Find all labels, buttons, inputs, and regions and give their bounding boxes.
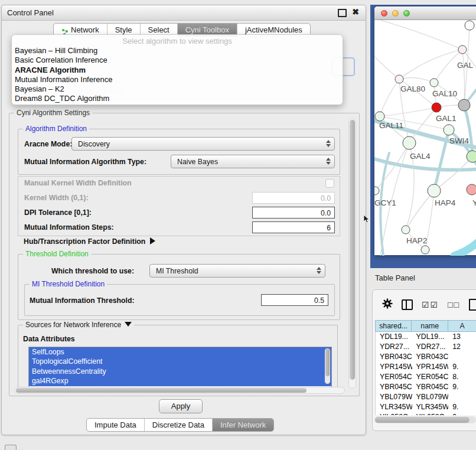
settings-hscroll-thumb[interactable] — [16, 388, 307, 393]
list-scrollbar[interactable] — [325, 348, 330, 384]
table-column-header[interactable]: A — [448, 320, 476, 332]
algorithm-option-current[interactable]: ARACNE Algorithm — [12, 66, 343, 75]
table-toolbar: ☑☑ □□ — [373, 296, 476, 314]
network-edge[interactable] — [380, 20, 462, 50]
network-icon — [61, 27, 69, 34]
zoom-traffic-light-icon[interactable] — [403, 10, 410, 17]
list-item[interactable]: gal4RGexp — [29, 376, 331, 386]
network-edge[interactable] — [374, 57, 399, 79]
network-node[interactable] — [458, 45, 467, 54]
network-edge[interactable] — [380, 79, 399, 116]
sources-group-title[interactable]: Sources for Network Inference — [23, 321, 134, 329]
table-cell: 9. — [448, 402, 476, 412]
table-column-header[interactable]: name — [412, 320, 448, 332]
network-node[interactable] — [374, 187, 379, 195]
network-canvas[interactable]: GALGAL80GAL10GAL1GAL11SWI4GAL4GCY1HAP4YH… — [374, 20, 476, 256]
table-header-row: shared...nameA — [375, 320, 476, 332]
network-window-titlebar[interactable] — [374, 6, 476, 20]
network-node[interactable] — [375, 112, 384, 121]
close-icon[interactable]: ✖ — [352, 7, 359, 17]
table-cell: YPR145W — [376, 362, 412, 372]
deselect-all-checkboxes-icon[interactable]: □□ — [448, 300, 460, 309]
algorithm-option[interactable]: Bayesian – Hill Climbing — [12, 46, 343, 56]
table-row[interactable]: YBR045CYBR045C9. — [376, 382, 476, 392]
list-item[interactable]: SelfLoops — [29, 347, 331, 357]
network-edge[interactable] — [454, 221, 476, 256]
select-all-checkboxes-icon[interactable]: ☑☑ — [422, 300, 439, 309]
which-threshold-combo[interactable]: MI Threshold — [149, 264, 325, 278]
settings-vscroll-thumb[interactable] — [350, 120, 355, 380]
close-traffic-light-icon[interactable] — [381, 10, 387, 17]
aracne-mode-combo[interactable]: Discovery — [71, 137, 335, 151]
column-view-icon[interactable] — [402, 299, 413, 310]
network-node[interactable] — [432, 103, 441, 112]
data-attributes-list[interactable]: SelfLoops TopologicalCoefficient Between… — [28, 347, 332, 388]
apply-button[interactable]: Apply — [159, 399, 203, 413]
tab-infer-network[interactable]: Infer Network — [212, 419, 273, 431]
list-item[interactable]: TopologicalCoefficient — [29, 357, 331, 366]
tab-discretize-data[interactable]: Discretize Data — [144, 419, 212, 431]
mi-steps-field[interactable]: 6 — [252, 221, 335, 233]
network-edge[interactable] — [380, 107, 436, 116]
network-node-label: GAL80 — [400, 84, 425, 93]
table-row[interactable]: YIL052CYIL052C9 — [376, 412, 476, 415]
network-node[interactable] — [428, 184, 441, 197]
network-node[interactable] — [395, 75, 403, 83]
table-row[interactable]: YBL079WYBL079W — [376, 392, 476, 402]
network-node[interactable] — [402, 226, 410, 234]
mi-type-combo[interactable]: Naive Bayes — [171, 155, 335, 168]
table-row[interactable]: YDR27...YDR27...12 — [376, 342, 476, 352]
list-scrollbar-thumb[interactable] — [325, 349, 330, 376]
settings-horizontal-scrollbar[interactable] — [14, 387, 345, 394]
network-node[interactable] — [467, 151, 476, 162]
table-row[interactable]: YDL19...YDL19...13 — [376, 332, 476, 342]
table-cell: YER054C — [412, 372, 449, 382]
table-panel-header: Table Panel — [367, 269, 476, 288]
mi-threshold-field[interactable]: 0.5 — [261, 294, 328, 306]
table-column-header[interactable]: shared... — [375, 320, 412, 332]
minimized-panel-button[interactable] — [5, 445, 17, 450]
network-node[interactable] — [467, 184, 476, 195]
tab-impute-data-label: Impute Data — [94, 419, 136, 431]
table-row[interactable]: YER054CYER054C8. — [376, 372, 476, 382]
network-edge[interactable] — [462, 50, 465, 105]
minimize-traffic-light-icon[interactable] — [392, 10, 399, 17]
table-hscroll-thumb[interactable] — [375, 417, 470, 423]
mouse-cursor — [363, 215, 370, 226]
table-cell: YBR043C — [376, 352, 412, 362]
network-node[interactable] — [465, 21, 474, 30]
table-horizontal-scrollbar[interactable] — [374, 416, 476, 423]
control-panel-titlebar: Control Panel ✖ — [2, 5, 366, 21]
algorithm-option[interactable]: Mutual Information Inference — [12, 75, 343, 84]
dpi-tolerance-field[interactable]: 0.0 — [252, 207, 335, 219]
algorithm-option[interactable]: Bayesian – K2 — [12, 84, 343, 94]
table-row[interactable]: YBR043CYBR043C — [376, 352, 476, 362]
table-cell: YDR27... — [412, 342, 449, 352]
network-node[interactable] — [444, 125, 454, 135]
network-node[interactable] — [458, 99, 470, 111]
tab-impute-data[interactable]: Impute Data — [87, 419, 144, 431]
settings-vertical-scrollbar[interactable] — [348, 118, 356, 389]
network-node[interactable] — [430, 79, 438, 87]
list-item[interactable]: BetweennessCentrality — [29, 367, 331, 376]
aracne-mode-value: Discovery — [78, 140, 110, 148]
network-node[interactable] — [403, 136, 416, 149]
network-node[interactable] — [421, 246, 429, 254]
table-row[interactable]: YPR145WYPR145W9. — [376, 362, 476, 372]
table-row[interactable]: YLR345WYLR345W9. — [376, 402, 476, 412]
algorithm-option[interactable]: Dream8 DC_TDC Algorithm — [12, 94, 343, 103]
table-cell: YDL19... — [376, 332, 412, 342]
float-window-icon[interactable] — [338, 9, 347, 17]
algorithm-option[interactable]: Basic Correlation Inference — [12, 56, 343, 65]
network-window[interactable]: GALGAL80GAL10GAL1GAL11SWI4GAL4GCY1HAP4YH… — [374, 6, 476, 255]
network-edge[interactable] — [399, 78, 434, 83]
kernel-settings-panel: Manual Kernel Width Definition Kernel Wi… — [18, 176, 340, 236]
bottom-tab-bar: Impute Data Discretize Data Infer Networ… — [86, 418, 274, 432]
manual-kernel-checkbox[interactable] — [325, 179, 334, 188]
new-table-icon[interactable] — [469, 299, 476, 311]
gear-icon[interactable] — [382, 298, 393, 311]
hub-definition-expander[interactable]: Hub/Transcription Factor Definition — [24, 237, 155, 246]
network-node-label: GAL — [457, 61, 474, 70]
kernel-width-field[interactable]: 0.0 — [252, 192, 335, 204]
network-edge[interactable] — [399, 50, 462, 79]
